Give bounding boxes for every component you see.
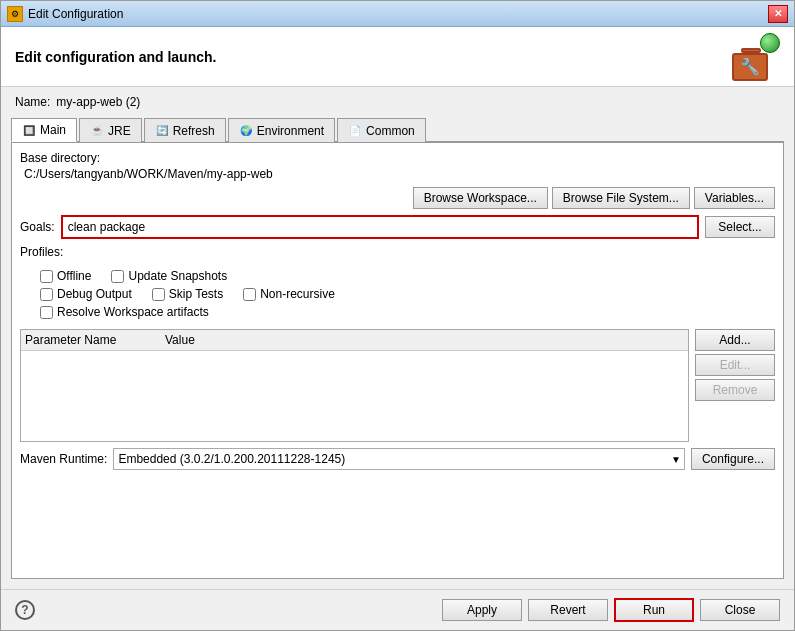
add-param-button[interactable]: Add... <box>695 329 775 351</box>
goals-row: Goals: Select... <box>20 215 775 239</box>
content-panel: Base directory: C:/Users/tangyanb/WORK/M… <box>11 142 784 579</box>
non-recursive-label: Non-recursive <box>260 287 335 301</box>
select-button[interactable]: Select... <box>705 216 775 238</box>
debug-output-checkbox-item[interactable]: Debug Output <box>40 287 132 301</box>
profiles-label: Profiles: <box>20 245 63 259</box>
close-button[interactable]: Close <box>700 599 780 621</box>
update-snapshots-checkbox[interactable] <box>111 270 124 283</box>
skip-tests-checkbox-item[interactable]: Skip Tests <box>152 287 223 301</box>
maven-runtime-label: Maven Runtime: <box>20 452 107 466</box>
tab-jre[interactable]: ☕ JRE <box>79 118 142 142</box>
tab-refresh-label: Refresh <box>173 124 215 138</box>
tab-main-label: Main <box>40 123 66 137</box>
base-directory-section: Base directory: C:/Users/tangyanb/WORK/M… <box>20 151 775 181</box>
browse-workspace-button[interactable]: Browse Workspace... <box>413 187 548 209</box>
base-directory-value: C:/Users/tangyanb/WORK/Maven/my-app-web <box>20 167 775 181</box>
params-col-value-header: Value <box>165 333 684 347</box>
main-tab-icon: 🔲 <box>22 123 36 137</box>
variables-button[interactable]: Variables... <box>694 187 775 209</box>
header-icon-area: 🔧 <box>732 33 780 81</box>
title-bar-left: ⚙ Edit Configuration <box>7 6 123 22</box>
update-snapshots-label: Update Snapshots <box>128 269 227 283</box>
name-label: Name: <box>15 95 50 109</box>
jre-tab-icon: ☕ <box>90 124 104 138</box>
green-circle-icon <box>760 33 780 53</box>
main-panel: 🔲 Main ☕ JRE 🔄 Refresh 🌍 Environment 📄 C… <box>1 117 794 589</box>
skip-tests-label: Skip Tests <box>169 287 223 301</box>
base-directory-label: Base directory: <box>20 151 775 165</box>
checkbox-row-1: Offline Update Snapshots <box>40 269 755 283</box>
run-button[interactable]: Run <box>614 598 694 622</box>
edit-configuration-window: ⚙ Edit Configuration ✕ Edit configuratio… <box>0 0 795 631</box>
tab-environment[interactable]: 🌍 Environment <box>228 118 335 142</box>
header-area: Edit configuration and launch. 🔧 <box>1 27 794 87</box>
non-recursive-checkbox-item[interactable]: Non-recursive <box>243 287 335 301</box>
non-recursive-checkbox[interactable] <box>243 288 256 301</box>
toolbox-icon: 🔧 <box>732 53 768 81</box>
offline-checkbox-item[interactable]: Offline <box>40 269 91 283</box>
configure-runtime-button[interactable]: Configure... <box>691 448 775 470</box>
params-col-name-header: Parameter Name <box>25 333 165 347</box>
help-button[interactable]: ? <box>15 600 35 620</box>
offline-checkbox[interactable] <box>40 270 53 283</box>
runtime-select-wrapper: Embedded (3.0.2/1.0.200.20111228-1245) ▼ <box>113 448 685 470</box>
resolve-workspace-label: Resolve Workspace artifacts <box>57 305 209 319</box>
checkbox-row-3: Resolve Workspace artifacts <box>40 305 755 319</box>
offline-label: Offline <box>57 269 91 283</box>
tab-environment-label: Environment <box>257 124 324 138</box>
env-tab-icon: 🌍 <box>239 124 253 138</box>
params-table-header: Parameter Name Value <box>21 330 688 351</box>
apply-button[interactable]: Apply <box>442 599 522 621</box>
params-area: Parameter Name Value Add... Edit... Remo… <box>20 329 775 442</box>
tab-refresh[interactable]: 🔄 Refresh <box>144 118 226 142</box>
params-table: Parameter Name Value <box>20 329 689 442</box>
skip-tests-checkbox[interactable] <box>152 288 165 301</box>
remove-param-button[interactable]: Remove <box>695 379 775 401</box>
tab-group: 🔲 Main ☕ JRE 🔄 Refresh 🌍 Environment 📄 C… <box>11 117 784 142</box>
checkboxes-grid: Offline Update Snapshots Debug Output Sk… <box>20 265 775 323</box>
runtime-row: Maven Runtime: Embedded (3.0.2/1.0.200.2… <box>20 448 775 470</box>
name-row: Name: my-app-web (2) <box>1 87 794 117</box>
tab-jre-label: JRE <box>108 124 131 138</box>
window-title: Edit Configuration <box>28 7 123 21</box>
browse-file-system-button[interactable]: Browse File System... <box>552 187 690 209</box>
params-buttons: Add... Edit... Remove <box>695 329 775 442</box>
name-value: my-app-web (2) <box>56 95 140 109</box>
title-bar: ⚙ Edit Configuration ✕ <box>1 1 794 27</box>
debug-output-checkbox[interactable] <box>40 288 53 301</box>
common-tab-icon: 📄 <box>348 124 362 138</box>
debug-output-label: Debug Output <box>57 287 132 301</box>
refresh-tab-icon: 🔄 <box>155 124 169 138</box>
header-title: Edit configuration and launch. <box>15 49 216 65</box>
goals-input[interactable] <box>64 218 696 236</box>
bottom-bar: ? Apply Revert Run Close <box>1 589 794 630</box>
edit-param-button[interactable]: Edit... <box>695 354 775 376</box>
goals-input-wrapper <box>61 215 699 239</box>
window-icon: ⚙ <box>7 6 23 22</box>
close-window-button[interactable]: ✕ <box>768 5 788 23</box>
params-table-body <box>21 351 688 441</box>
resolve-workspace-checkbox-item[interactable]: Resolve Workspace artifacts <box>40 305 209 319</box>
toolbox-handle <box>741 48 761 53</box>
revert-button[interactable]: Revert <box>528 599 608 621</box>
tab-common-label: Common <box>366 124 415 138</box>
profiles-section: Profiles: <box>20 245 775 259</box>
tab-main[interactable]: 🔲 Main <box>11 118 77 142</box>
checkbox-row-2: Debug Output Skip Tests Non-recursive <box>40 287 755 301</box>
maven-runtime-select[interactable]: Embedded (3.0.2/1.0.200.20111228-1245) <box>113 448 685 470</box>
goals-label: Goals: <box>20 220 55 234</box>
update-snapshots-checkbox-item[interactable]: Update Snapshots <box>111 269 227 283</box>
tab-common[interactable]: 📄 Common <box>337 118 426 142</box>
directory-buttons-row: Browse Workspace... Browse File System..… <box>20 187 775 209</box>
resolve-workspace-checkbox[interactable] <box>40 306 53 319</box>
